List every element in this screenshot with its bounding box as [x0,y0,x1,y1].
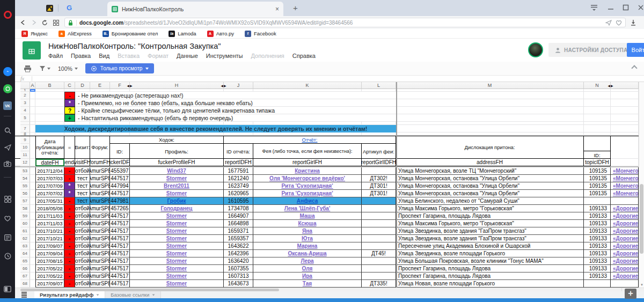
column-header-A[interactable]: A [30,82,35,89]
cell-girl-link[interactable]: Кристина [295,168,320,174]
cell-topic-link[interactable]: «Дорогие мо [613,251,639,256]
sign-in-button[interactable]: Войти [627,43,644,57]
search-icon[interactable] [0,124,15,136]
cell-girl-link[interactable]: Рита 'Сухопиздная' [281,190,333,196]
cell-profile-link[interactable]: Stormer [166,175,187,181]
menu-Справка[interactable]: Справка [292,53,316,59]
minimize-icon[interactable] [608,4,614,11]
cell-girl-link[interactable]: Анфиса [297,198,318,204]
scroll-down-icon[interactable]: ▼ [640,283,643,286]
new-tab-button[interactable]: + [293,3,298,12]
view-only-button[interactable]: Только просмотр [85,63,154,73]
messenger-icon[interactable] [0,65,15,77]
tab-menu-icon[interactable] [590,4,598,11]
cell-girl-link[interactable]: Оля [302,266,313,271]
history-clock-icon[interactable] [0,250,15,262]
cell-girl-link[interactable]: Лена 'Шлёп-Губа' [284,205,331,211]
cell-topic-link[interactable]: «Дорогие мо [613,266,639,271]
forward-icon[interactable] [31,20,36,25]
background-tab-image[interactable] [46,5,53,12]
cell-profile-link[interactable]: Stormer [166,220,187,226]
cell-topic-link[interactable]: «Дорогие мо [613,228,639,234]
cell-girl-link[interactable]: Тая [303,281,312,286]
cell-topic-link[interactable]: «Мончегорс [613,190,639,196]
header-report-link[interactable]: Отчёт: [302,137,318,143]
close-icon[interactable] [638,4,644,11]
filter-control[interactable] [39,65,50,71]
column-header-D[interactable]: D [75,82,90,89]
bookmark-heart-icon[interactable] [616,20,622,26]
sidebar-panel-toggle-icon[interactable] [0,283,15,295]
bookmark-item-booking[interactable]: B.Бронирование отел [103,31,158,37]
column-header-L[interactable]: L [362,82,396,89]
cell-girl-link[interactable]: Лера [301,258,313,264]
sheet-tab-links[interactable]: Базовые ссылки [105,291,161,298]
bookmark-item-aliexpress[interactable]: aAliExpress [58,31,92,37]
vk-icon[interactable]: VK [0,100,15,112]
bookmark-item-lamoda[interactable]: laLamoda [169,31,196,37]
vscroll-thumb[interactable] [640,184,643,254]
cell-topic-link[interactable]: «Дорогие мо [613,258,639,264]
cell-topic-link[interactable]: «Дорогие мо [613,213,639,219]
all-sheets-icon[interactable] [21,292,27,298]
select-all-corner[interactable] [20,82,30,89]
menu-Правка[interactable]: Правка [71,53,91,59]
column-header-B[interactable]: B [35,82,64,89]
cell-profile-link[interactable]: Stormer [166,251,187,256]
cell-profile-link[interactable]: Wind37 [167,168,186,174]
maximize-icon[interactable] [623,4,629,11]
bookmark-item-yandex[interactable]: ЯЯндекс [21,31,48,37]
column-header-F[interactable]: F◀ [110,82,130,89]
cell-profile-link[interactable]: Brent2011 [164,183,189,189]
back-icon[interactable] [20,20,26,25]
cell-girl-link[interactable]: Ксюша [298,220,317,226]
send-page-icon[interactable] [605,20,612,26]
hidden-column-marker[interactable]: ▶ [611,84,613,87]
column-header-H[interactable]: H◀▶ [130,82,224,89]
cell-profile-link[interactable]: Гробик [167,198,186,204]
cell-girl-link[interactable]: Маша [300,213,315,219]
cell-topic-link[interactable]: «Мончегорс [613,175,639,181]
cell-profile-link[interactable]: Stormer [166,243,187,249]
cell-profile-link[interactable]: Stormer [166,235,187,241]
background-tab-google[interactable]: G [67,4,72,12]
cell-girl-link[interactable]: Оксана-Ариша [288,251,326,256]
hidden-column-marker[interactable]: ◀ [127,84,129,87]
cell-profile-link[interactable]: Stormer [166,266,187,271]
avatar[interactable] [528,42,543,57]
cell-girl-link[interactable]: Марина [297,243,318,249]
cell-topic-link[interactable]: «Дорогие мо [613,235,639,241]
column-header-E[interactable]: E [90,82,110,89]
download-icon[interactable] [630,19,636,26]
document-title[interactable]: НижНовПалкоКонтроль: "Контрольная Закупк… [48,42,221,50]
url-field[interactable]: docs.google.com/spreadsheets/d/1JVoeO2id… [64,18,626,27]
column-header-N[interactable]: N◀ [584,82,611,89]
cell-profile-link[interactable]: Stormer [166,228,187,234]
cell-girl-link[interactable]: Яна [302,228,312,234]
bookmark-item-autoru[interactable]: ААвто.ру [207,31,234,37]
cell-topic-link[interactable]: «Дорогие мо [613,205,639,211]
cell-topic-link[interactable]: «Мончегорс [613,183,639,189]
menu-Вид[interactable]: Вид [99,53,109,59]
column-header-K[interactable]: K [253,82,362,89]
move-handle-button[interactable]: ✛ [625,289,636,299]
speed-dial-icon[interactable] [0,193,15,205]
menu-Данные[interactable]: Данные [177,53,198,59]
active-tab[interactable]: НижНовПалкоКонтроль × [107,2,283,16]
zoom-control[interactable]: 100% [58,65,78,72]
bookmark-item-facebook[interactable]: fFacebook [245,31,276,37]
cell-girl-link[interactable]: Рита 'Сухопиздная' [281,183,333,189]
cell-topic-link[interactable]: «Дорогие мо [613,243,639,249]
menu-Файл[interactable]: Файл [48,53,63,59]
reload-icon[interactable] [42,20,48,26]
print-icon[interactable] [24,65,32,72]
cell-girl-link[interactable]: Юта [302,235,313,241]
cell-topic-link[interactable]: «Дорогие мо [613,220,639,226]
cell-girl-link[interactable]: Оля 'Мончегорское ведёрко' [269,175,345,181]
my-flow-icon[interactable] [0,142,15,153]
snapshot-icon[interactable] [0,158,15,170]
column-header-C[interactable]: C [64,82,75,89]
sheet-tab-results[interactable]: Ризультатэ рейдафф [34,291,105,298]
column-header-partial[interactable]: ▶ [611,82,639,89]
opera-logo[interactable] [0,9,15,20]
